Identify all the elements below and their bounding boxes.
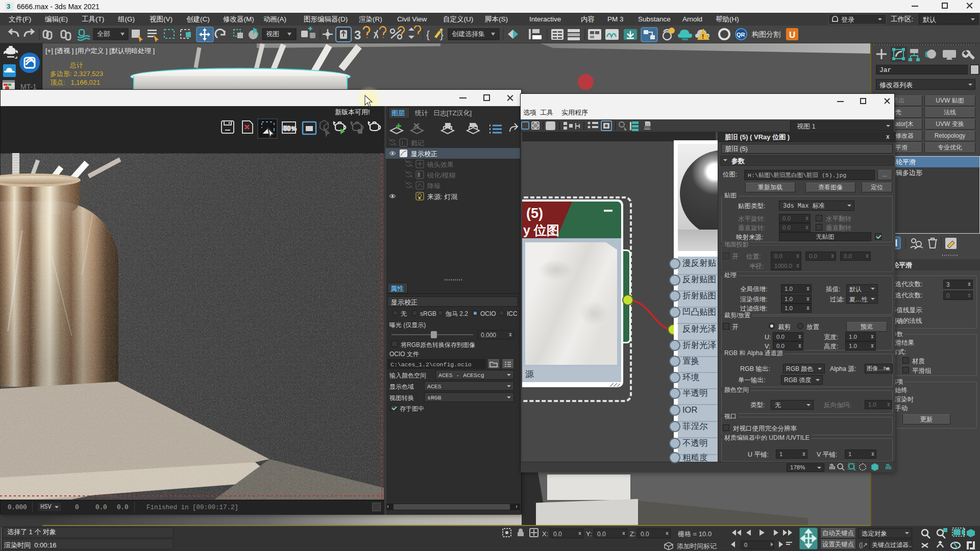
svg-text:显示校正: 显示校正 <box>411 150 437 158</box>
svg-text:QR: QR <box>737 32 745 38</box>
svg-text:50: 50 <box>283 124 290 132</box>
svg-text:全部: 全部 <box>97 30 110 38</box>
svg-text:镜头效果: 镜头效果 <box>427 161 454 168</box>
svg-text:i: i <box>402 140 403 146</box>
svg-text:戳记: 戳记 <box>411 139 424 147</box>
svg-text:O: O <box>548 122 553 130</box>
svg-text:}: } <box>440 29 444 40</box>
svg-text:m: m <box>645 120 650 127</box>
svg-text:视图: 视图 <box>266 30 279 38</box>
svg-text:锐化/模糊: 锐化/模糊 <box>427 171 456 179</box>
svg-text:{: { <box>426 29 430 40</box>
svg-text:U: U <box>789 30 795 40</box>
svg-text:!: ! <box>702 33 704 40</box>
svg-text:3: 3 <box>354 28 361 42</box>
svg-text:来源: 灯混: 来源: 灯混 <box>427 193 457 201</box>
svg-text:创建选择集: 创建选择集 <box>452 30 485 38</box>
svg-text:降噪: 降噪 <box>427 182 440 190</box>
svg-text:%: % <box>291 126 297 132</box>
svg-text:0: 0 <box>744 542 747 548</box>
svg-text:构图分割: 构图分割 <box>751 30 780 38</box>
